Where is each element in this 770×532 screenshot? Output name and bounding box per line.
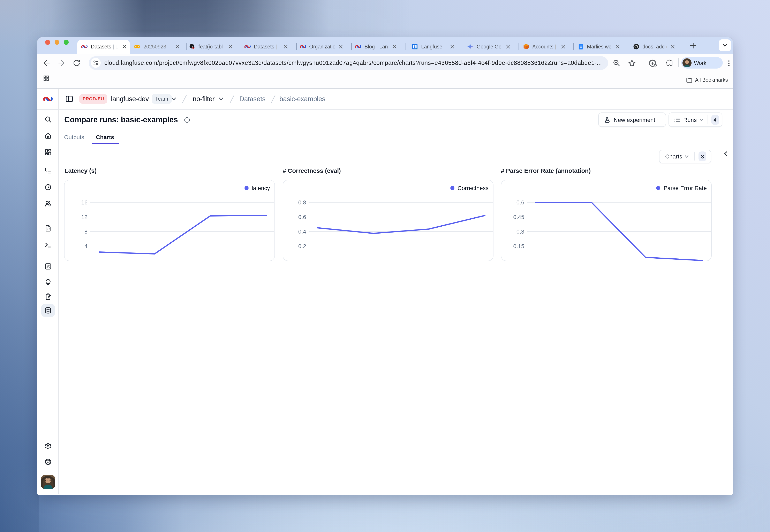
svg-text:0.45: 0.45 (513, 214, 524, 220)
svg-text:0.6: 0.6 (516, 199, 524, 205)
svg-text:12: 12 (81, 214, 87, 220)
svg-text:0.6: 0.6 (298, 214, 306, 220)
svg-text:0.8: 0.8 (298, 199, 306, 205)
svg-text:8: 8 (84, 228, 87, 235)
svg-text:6: 6 (414, 45, 416, 48)
svg-text:0.3: 0.3 (516, 228, 524, 235)
svg-text:0.2: 0.2 (298, 243, 306, 249)
svg-text:4: 4 (84, 243, 87, 249)
svg-text:0.4: 0.4 (298, 228, 306, 235)
svg-text:0.15: 0.15 (513, 243, 524, 249)
svg-text:16: 16 (81, 199, 87, 205)
